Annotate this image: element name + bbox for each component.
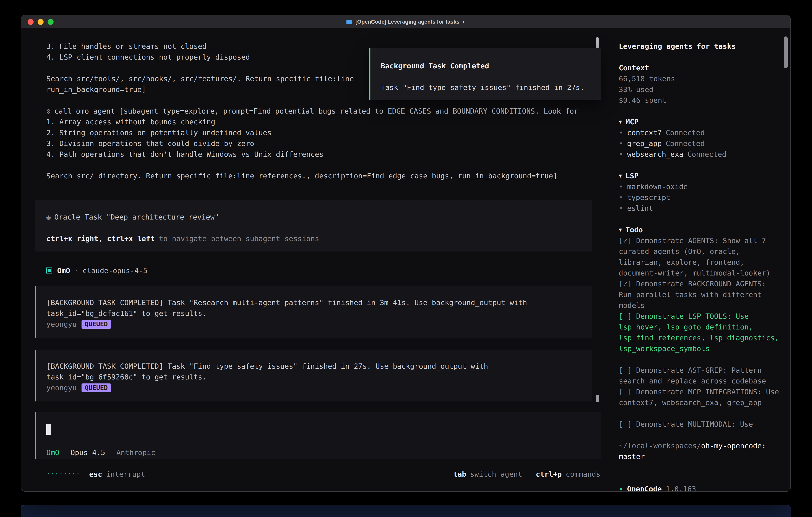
todo-section-heading[interactable]: ▼ Todo [619, 224, 786, 235]
mcp-name: websearch_exa [627, 149, 684, 160]
tab-key-label: switch agent [470, 469, 522, 480]
mcp-status: Connected [666, 138, 705, 149]
mcp-name: context7 [627, 127, 662, 138]
git-branch: master [619, 451, 786, 462]
status-badge: QUEUED [82, 320, 111, 328]
background-window-edge [21, 505, 791, 517]
window-titlebar: [OpenCode] Leveraging agents for tasks ◐ [21, 15, 790, 28]
message-line2: task_id="bg_6f59260c" to get results. [46, 372, 584, 382]
oracle-icon: ◉ [46, 213, 51, 221]
todo-item-current: [ ] Demonstrate LSP TOOLS: Use lsp_hover… [619, 311, 781, 354]
tool-call-detail: 1. Array access without bounds checking … [46, 116, 611, 181]
bullet-icon: • [619, 181, 623, 192]
commands-hint-group: ctrl+p commands [536, 469, 600, 480]
status-badge: QUEUED [82, 383, 111, 392]
working-dots-indicator: ········ [46, 469, 80, 480]
context-heading: Context [619, 62, 786, 73]
minimize-window-button[interactable] [37, 19, 44, 25]
window-title: [OpenCode] Leveraging agents for tasks ◐ [21, 16, 790, 27]
background-task-message[interactable]: [BACKGROUND TASK COMPLETED] Task "Find t… [35, 350, 592, 402]
context-spent: $0.46 spent [619, 95, 786, 106]
message-meta: yeongyu QUEUED [46, 382, 584, 393]
context-used: 33% used [619, 84, 786, 95]
chevron-down-icon: ▼ [619, 170, 622, 181]
mcp-item: • websearch_exa Connected [619, 149, 786, 160]
screen: [OpenCode] Leveraging agents for tasks ◐… [0, 0, 812, 517]
workspace-path: ~/local-workspaces/oh-my-opencode: [619, 440, 786, 451]
main-scrollbar-thumb-lower[interactable] [596, 394, 599, 402]
todo-item: [ ] Demonstrate MULTIMODAL: Use [619, 419, 781, 430]
ctrlp-key-hint: ctrl+p [536, 469, 562, 480]
todo-heading-label: Todo [626, 224, 643, 235]
mcp-item: • context7 Connected [619, 127, 786, 138]
bullet-icon: • [619, 149, 623, 160]
message-meta: yeongyu QUEUED [46, 319, 584, 329]
window-content: Background Task Completed Task "Find typ… [21, 28, 790, 491]
message-line1: [BACKGROUND TASK COMPLETED] Task "Resear… [46, 297, 584, 308]
oracle-hint-text: to navigate between subagent sessions [155, 234, 319, 243]
mcp-heading-label: MCP [626, 116, 639, 127]
status-bar: ········ esc interrupt tab switch agent … [46, 469, 601, 480]
message-user: yeongyu [46, 319, 77, 329]
status-bar-right: tab switch agent ctrl+p commands [440, 469, 601, 480]
chat-main-pane: Background Task Completed Task "Find typ… [21, 28, 611, 492]
ctrlp-key-label: commands [566, 469, 601, 480]
toast-body: Task "Find type safety issues" finished … [381, 82, 590, 93]
tool-call-line: ⚙ call_omo_agent [subagent_type=explore,… [46, 106, 611, 116]
session-title: Leveraging agents for tasks [619, 41, 786, 52]
workspace-path-prefix: ~/local-workspaces/ [619, 441, 701, 450]
session-sidebar: Leveraging agents for tasks Context 66,5… [611, 28, 790, 492]
bullet-icon: • [619, 127, 623, 138]
lsp-name: typescript [627, 192, 670, 203]
app-version-row: • OpenCode 1.0.163 [619, 483, 786, 492]
input-model-row: OmO Opus 4.5 Anthropic [46, 447, 155, 458]
oracle-task-card[interactable]: ◉Oracle Task "Deep architecture review" … [35, 200, 592, 251]
window-title-text: [OpenCode] Leveraging agents for tasks [355, 16, 460, 27]
lsp-item: • eslint [619, 203, 786, 214]
oracle-task-title-row: ◉Oracle Task "Deep architecture review" [46, 212, 592, 222]
agent-square-icon [46, 268, 52, 273]
chevron-down-icon: ▼ [619, 116, 622, 127]
toast-background-task-completed: Background Task Completed Task "Find typ… [369, 48, 601, 100]
zoom-window-button[interactable] [48, 19, 54, 25]
esc-key-hint: esc [89, 469, 102, 480]
oracle-task-title: Oracle Task "Deep architecture review" [54, 213, 219, 221]
mcp-status: Connected [687, 149, 726, 160]
message-line2: task_id="bg_dcfac161" to get results. [46, 308, 584, 319]
lsp-item: • markdown-oxide [619, 181, 786, 192]
bullet-icon: • [619, 138, 623, 149]
todo-item: [✓] Demonstrate AGENTS: Show all 7 curat… [619, 235, 781, 278]
oracle-hint-keys: ctrl+x right, ctrl+x left [46, 234, 155, 243]
terminal-window: [OpenCode] Leveraging agents for tasks ◐… [21, 15, 791, 492]
todo-item: [ ] Demonstrate AST-GREP: Pattern search… [619, 365, 781, 386]
close-window-button[interactable] [28, 19, 34, 25]
folder-icon [346, 19, 353, 24]
tab-key-hint: tab [453, 469, 466, 480]
input-agent-name: OmO [46, 447, 59, 458]
todo-item: [ ] Demonstrate MCP INTEGRATIONS: Use co… [619, 386, 781, 408]
lsp-item: • typescript [619, 192, 786, 203]
input-model-provider: Anthropic [116, 447, 155, 458]
oracle-hint-row: ctrl+x right, ctrl+x left to navigate be… [46, 233, 592, 244]
input-model-name: Opus 4.5 [70, 447, 105, 458]
message-user: yeongyu [46, 382, 77, 393]
bullet-icon: • [619, 192, 623, 203]
active-agent-line: OmO · claude-opus-4-5 [46, 265, 611, 276]
workspace-path-repo: oh-my-opencode: [701, 441, 766, 450]
prompt-input[interactable]: OmO Opus 4.5 Anthropic [35, 412, 601, 459]
text-cursor [46, 424, 51, 435]
background-task-message[interactable]: [BACKGROUND TASK COMPLETED] Task "Resear… [35, 286, 592, 338]
lsp-section-heading[interactable]: ▼ LSP [619, 170, 786, 181]
lsp-heading-label: LSP [626, 170, 639, 181]
mcp-item: • grep_app Connected [619, 138, 786, 149]
esc-key-label: interrupt [106, 469, 145, 480]
mcp-section-heading[interactable]: ▼ MCP [619, 116, 786, 127]
agent-name: OmO [57, 265, 70, 276]
sidebar-scrollbar-thumb[interactable] [784, 36, 788, 69]
traffic-lights [21, 19, 54, 25]
mcp-status: Connected [666, 127, 705, 138]
chevron-down-icon: ▼ [619, 224, 622, 235]
message-line1: [BACKGROUND TASK COMPLETED] Task "Find t… [46, 361, 584, 372]
app-version: 1.0.163 [666, 483, 696, 492]
agent-model: claude-opus-4-5 [83, 265, 147, 276]
